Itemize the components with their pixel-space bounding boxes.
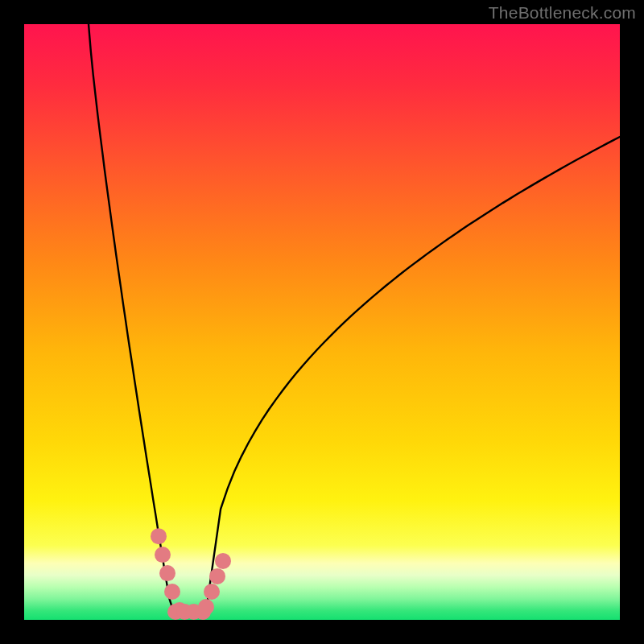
watermark-text: TheBottleneck.com bbox=[489, 3, 636, 23]
bottleneck-curve bbox=[89, 24, 620, 612]
curve-marker-dot bbox=[215, 553, 231, 569]
curve-marker-dot bbox=[155, 547, 171, 563]
chart-frame: TheBottleneck.com bbox=[0, 0, 644, 644]
curve-marker-dot bbox=[151, 528, 167, 544]
curve-marker-dot bbox=[204, 584, 220, 600]
curve-marker-dot bbox=[209, 568, 225, 584]
curve-layer bbox=[24, 24, 620, 620]
plot-area bbox=[24, 24, 620, 620]
curve-marker-dot bbox=[159, 565, 175, 581]
curve-marker-dot bbox=[198, 599, 214, 615]
curve-markers bbox=[151, 528, 231, 620]
curve-marker-dot bbox=[164, 584, 180, 600]
